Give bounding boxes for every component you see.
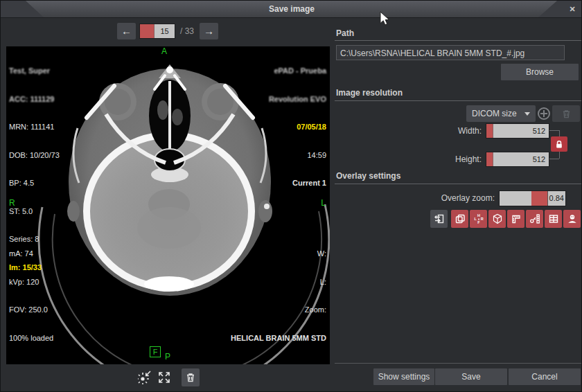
fit-to-window-button[interactable]: [157, 370, 172, 385]
series-description: HELICAL BRAIN 5MM STD: [231, 334, 326, 344]
mrn: MRN: 111141: [9, 123, 60, 132]
display-info-overlay: W: L: Zoom: HELICAL BRAIN 5MM STD: [231, 231, 326, 362]
window-value: W:: [231, 249, 326, 259]
acquisition-info-overlay: mA: 74 kVp: 120 FOV: 250.0 100% loaded: [9, 231, 53, 362]
path-section-header: Path: [336, 28, 354, 38]
study-time: 14:59: [269, 151, 326, 161]
kvp-value: kVp: 120: [9, 278, 53, 287]
height-value: 512: [493, 152, 549, 166]
next-image-button[interactable]: →: [200, 23, 218, 39]
patient-name: Test, Super: [9, 66, 60, 76]
add-preset-icon: [540, 110, 547, 117]
height-slider-fill: [486, 152, 493, 166]
resolution-section-rule: [335, 100, 581, 101]
orientation-letter-bottom: F: [477, 220, 480, 224]
save-path-input[interactable]: C:\Users\RSNA\HELICAL BRAIN 5MM STD_#.jp…: [336, 45, 565, 60]
orientation-cube-icon: [492, 213, 503, 224]
ma-value: mA: 74: [9, 249, 53, 259]
browse-button[interactable]: Browse: [501, 64, 579, 80]
overlay-section-header: Overlay settings: [336, 171, 400, 181]
width-field[interactable]: 512: [486, 123, 549, 139]
titlebar: Save image ✕: [1, 1, 582, 18]
current-label: Current 1: [269, 179, 326, 188]
dialog-title: Save image: [269, 4, 315, 14]
delete-image-icon: [185, 372, 196, 383]
dob: DOB: 10/20/73: [9, 151, 60, 161]
orientation-cube-toggle[interactable]: [488, 210, 506, 228]
previous-image-button[interactable]: ←: [117, 23, 136, 39]
titlebar-tab: Save image: [1, 1, 582, 17]
lock-bracket-top: [549, 130, 559, 131]
ruler-square-toggle[interactable]: [507, 210, 524, 228]
add-preset-button[interactable]: [538, 107, 550, 120]
fit-to-window-icon: [157, 371, 171, 384]
overlay-section-rule: [335, 184, 581, 184]
total-images-label: / 33: [180, 26, 194, 36]
auto-window-level-icon: [137, 371, 151, 384]
viewer-toolbar: [6, 368, 330, 387]
ruler-square-icon: [511, 213, 522, 224]
cancel-button[interactable]: Cancel: [509, 368, 581, 385]
orientation-anterior: A: [161, 47, 167, 55]
orientation-letter-left: L: [474, 217, 477, 221]
overlay-frames-icon: [455, 213, 466, 224]
image-index-slider[interactable]: 15: [139, 24, 175, 39]
lock-bracket-bottom: [549, 159, 559, 159]
orientation-right: R: [9, 199, 15, 207]
save-button[interactable]: Save: [435, 368, 507, 385]
chevron-down-icon: [524, 112, 530, 116]
overlay-zoom-fill: [531, 191, 548, 206]
aspect-ratio-lock-button[interactable]: [551, 136, 567, 152]
export-overlays-toggle[interactable]: [430, 210, 448, 228]
level-value: L:: [231, 278, 326, 287]
height-field[interactable]: 512: [486, 152, 549, 167]
accession-number: ACC: 111129: [9, 95, 60, 105]
resolution-preset-dropdown[interactable]: DICOM size: [466, 105, 536, 122]
orientation-letter-right: R: [480, 217, 483, 221]
width-value: 512: [493, 124, 549, 138]
bp: BP: 4.5: [9, 179, 60, 188]
patient-info-icon: [567, 213, 578, 224]
lock-icon: [555, 140, 563, 149]
delete-preset-icon: [561, 109, 572, 119]
width-slider-fill: [486, 124, 493, 138]
orientation-letters-toggle[interactable]: H L R F: [470, 210, 487, 228]
scanner-model: Revolution EVO: [269, 95, 326, 105]
study-date: 07/05/18: [269, 123, 326, 132]
height-label: Height:: [416, 154, 482, 164]
fov-value: FOV: 250.0: [9, 305, 53, 315]
zoom-value: Zoom:: [231, 305, 326, 315]
footer-rule: [335, 363, 582, 364]
overlay-zoom-slider[interactable]: 0.84: [499, 190, 566, 206]
overlay-zoom-label: Overlay zoom:: [416, 193, 495, 203]
resolution-section-header: Image resolution: [336, 88, 403, 98]
measurements-toggle[interactable]: [526, 210, 543, 228]
show-settings-button[interactable]: Show settings: [373, 368, 434, 385]
save-image-dialog: Save image ✕ ← 15 / 33 →: [0, 0, 582, 392]
width-label: Width:: [416, 126, 482, 136]
study-info-overlay: ePAD - Prueba Revolution EVO 07/05/18 14…: [269, 48, 326, 207]
overlay-toggle-row: H L R F: [430, 210, 581, 228]
path-section-rule: [335, 40, 581, 41]
overlay-frames-toggle[interactable]: [451, 210, 468, 228]
delete-preset-button[interactable]: [552, 105, 580, 122]
orientation-posterior: P: [165, 353, 170, 361]
loaded-status: 100% loaded: [9, 334, 53, 344]
patient-info-toggle[interactable]: [563, 210, 581, 228]
overlay-zoom-value: 0.84: [548, 191, 565, 206]
st: ST: 5.0: [9, 207, 60, 217]
orientation-letter-top: H: [477, 213, 480, 217]
resolution-preset-value: DICOM size: [472, 109, 517, 118]
ct-image-viewport: Test, Super ACC: 111129 MRN: 111141 DOB:…: [6, 46, 330, 364]
measurements-icon: [529, 213, 540, 224]
grid-overlay-toggle[interactable]: [545, 210, 562, 228]
orientation-letters-icon: H L R F: [473, 213, 484, 224]
overlay-zoom-track: [500, 191, 531, 206]
grid-overlay-icon: [548, 213, 559, 224]
institution: ePAD - Prueba: [269, 66, 326, 76]
export-overlays-icon: [434, 213, 445, 224]
close-button[interactable]: ✕: [567, 3, 578, 15]
delete-image-button[interactable]: [182, 368, 200, 386]
auto-window-level-button[interactable]: [136, 370, 152, 385]
image-navigation: ← 15 / 33 →: [117, 23, 218, 39]
